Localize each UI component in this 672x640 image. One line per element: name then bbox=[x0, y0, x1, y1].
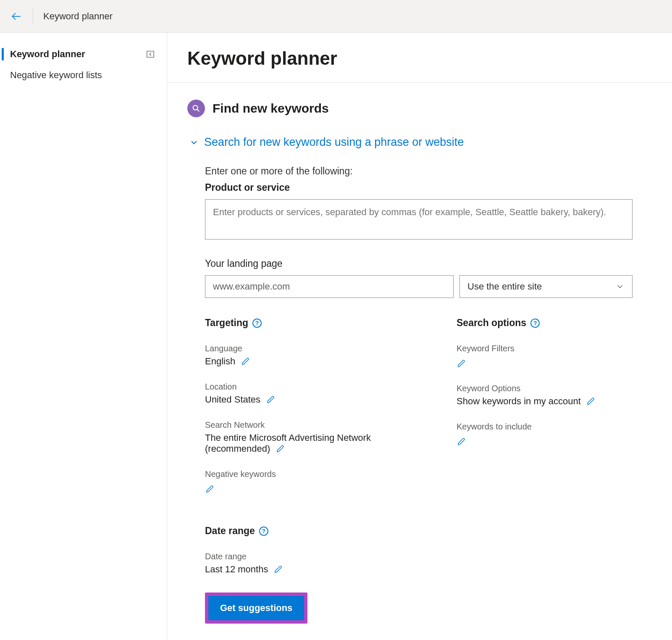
setting-label: Language bbox=[205, 344, 381, 353]
help-icon[interactable]: ? bbox=[252, 319, 262, 328]
edit-icon[interactable] bbox=[276, 444, 286, 454]
setting-value: The entire Microsoft Advertising Network… bbox=[205, 432, 371, 454]
setting-search-network: Search Network The entire Microsoft Adve… bbox=[205, 420, 381, 454]
edit-icon[interactable] bbox=[586, 396, 596, 406]
sidebar: Keyword planner Negative keyword lists bbox=[0, 33, 167, 640]
expander-label: Search for new keywords using a phrase o… bbox=[204, 136, 464, 149]
setting-label: Keywords to include bbox=[457, 422, 633, 432]
setting-date-range: Date range Last 12 months bbox=[205, 552, 633, 575]
svg-rect-0 bbox=[147, 51, 154, 58]
form-intro: Enter one or more of the following: bbox=[205, 166, 633, 177]
setting-label: Negative keywords bbox=[205, 469, 381, 479]
page-title: Keyword planner bbox=[187, 48, 652, 69]
page-header: Keyword planner bbox=[167, 33, 672, 83]
expander-search-new-keywords[interactable]: Search for new keywords using a phrase o… bbox=[189, 136, 652, 149]
landing-page-input[interactable] bbox=[205, 275, 454, 298]
edit-icon[interactable] bbox=[205, 484, 215, 494]
site-scope-selected: Use the entire site bbox=[467, 281, 542, 292]
setting-negative-keywords: Negative keywords bbox=[205, 469, 381, 494]
topbar-divider bbox=[33, 8, 33, 24]
topbar: Keyword planner bbox=[0, 0, 672, 33]
setting-value: Last 12 months bbox=[205, 564, 268, 574]
site-scope-select[interactable]: Use the entire site bbox=[459, 275, 633, 298]
topbar-title: Keyword planner bbox=[43, 11, 113, 22]
edit-icon[interactable] bbox=[457, 437, 467, 447]
section-header: Find new keywords bbox=[187, 100, 652, 117]
setting-label: Keyword Filters bbox=[457, 344, 633, 353]
edit-icon[interactable] bbox=[457, 358, 467, 369]
targeting-heading: Targeting ? bbox=[205, 317, 381, 329]
sidebar-item-negative-keyword-lists[interactable]: Negative keyword lists bbox=[0, 65, 167, 86]
setting-keyword-filters: Keyword Filters bbox=[457, 344, 633, 369]
section-title: Find new keywords bbox=[213, 101, 329, 116]
setting-label: Date range bbox=[205, 552, 633, 561]
setting-keyword-options: Keyword Options Show keywords in my acco… bbox=[457, 384, 633, 407]
get-suggestions-button[interactable]: Get suggestions bbox=[208, 596, 304, 620]
setting-label: Search Network bbox=[205, 420, 381, 430]
search-options-heading: Search options ? bbox=[457, 317, 633, 329]
setting-value: United States bbox=[205, 394, 260, 405]
edit-icon[interactable] bbox=[241, 356, 251, 366]
search-icon bbox=[187, 100, 205, 117]
product-service-input[interactable] bbox=[205, 199, 633, 240]
setting-value: Show keywords in my account bbox=[457, 396, 581, 406]
edit-icon[interactable] bbox=[273, 564, 284, 574]
sidebar-item-keyword-planner[interactable]: Keyword planner bbox=[0, 44, 167, 65]
landing-page-label: Your landing page bbox=[205, 258, 633, 269]
chevron-down-icon bbox=[615, 282, 625, 291]
back-icon[interactable] bbox=[10, 10, 23, 23]
sidebar-item-label: Negative keyword lists bbox=[10, 70, 102, 81]
product-label: Product or service bbox=[205, 182, 633, 193]
sidebar-item-label: Keyword planner bbox=[10, 49, 85, 60]
setting-language: Language English bbox=[205, 344, 381, 367]
cta-highlight: Get suggestions bbox=[205, 593, 307, 624]
date-range-section: Date range ? Date range Last 12 months bbox=[205, 525, 633, 575]
setting-label: Keyword Options bbox=[457, 384, 633, 393]
setting-value: English bbox=[205, 356, 235, 366]
setting-location: Location United States bbox=[205, 382, 381, 405]
targeting-column: Targeting ? Language English bbox=[205, 317, 381, 509]
main: Keyword planner Find new keywords Search… bbox=[167, 33, 672, 640]
help-icon[interactable]: ? bbox=[259, 527, 268, 536]
help-icon[interactable]: ? bbox=[530, 319, 540, 328]
date-range-heading: Date range ? bbox=[205, 525, 633, 537]
edit-icon[interactable] bbox=[266, 395, 276, 405]
chevron-down-icon bbox=[189, 137, 199, 147]
svg-point-1 bbox=[193, 105, 198, 110]
setting-label: Location bbox=[205, 382, 381, 392]
setting-keywords-to-include: Keywords to include bbox=[457, 422, 633, 447]
collapse-panel-icon[interactable] bbox=[146, 50, 155, 59]
search-options-column: Search options ? Keyword Filters bbox=[457, 317, 633, 509]
